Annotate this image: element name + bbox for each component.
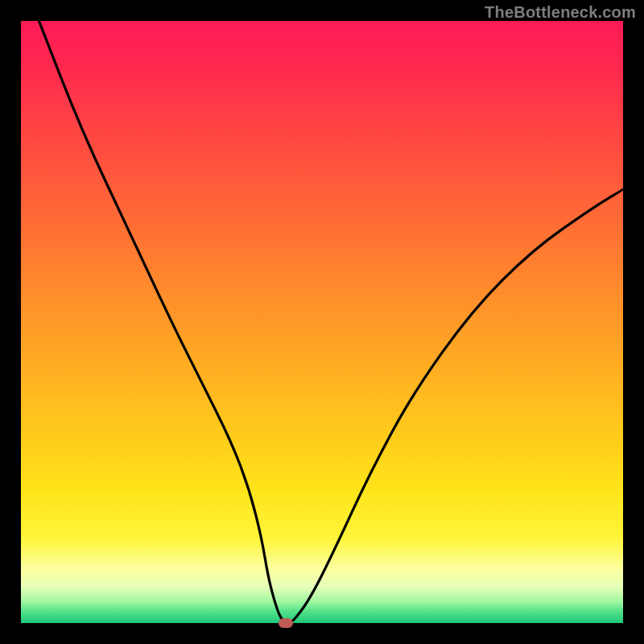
bottleneck-curve xyxy=(21,21,623,623)
optimal-marker xyxy=(279,618,293,628)
watermark-text: TheBottleneck.com xyxy=(485,3,636,22)
outer-frame: TheBottleneck.com xyxy=(0,0,644,644)
plot-area xyxy=(21,21,623,623)
